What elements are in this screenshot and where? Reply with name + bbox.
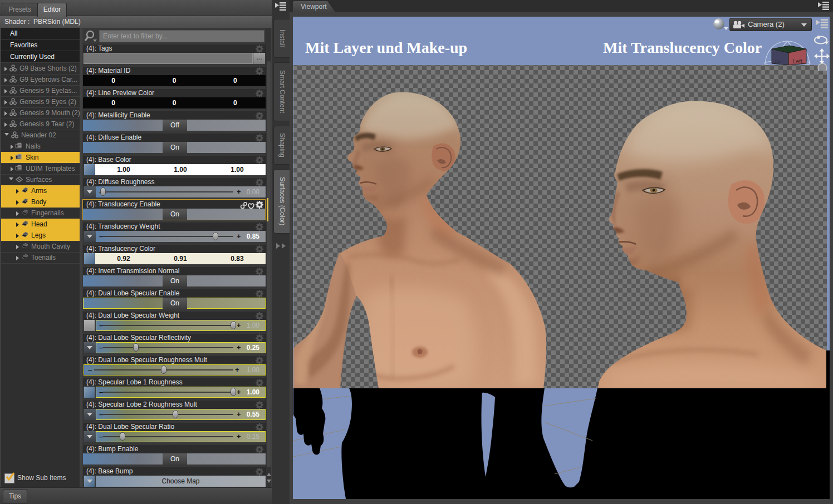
svg-text:Left: Left [793,58,802,65]
svg-text:Im: Im [775,59,781,65]
